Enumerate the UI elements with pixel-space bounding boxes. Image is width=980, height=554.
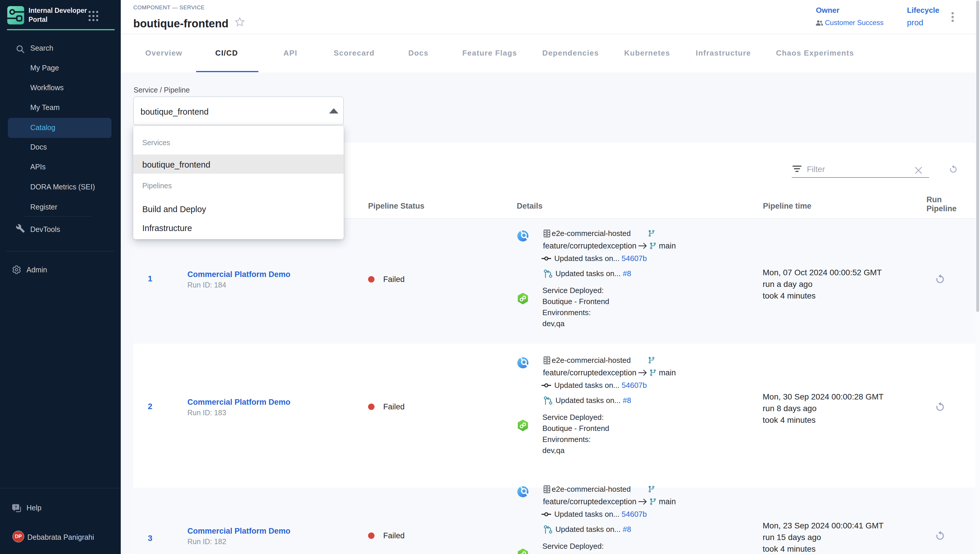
svg-text:?: ?: [14, 505, 17, 509]
